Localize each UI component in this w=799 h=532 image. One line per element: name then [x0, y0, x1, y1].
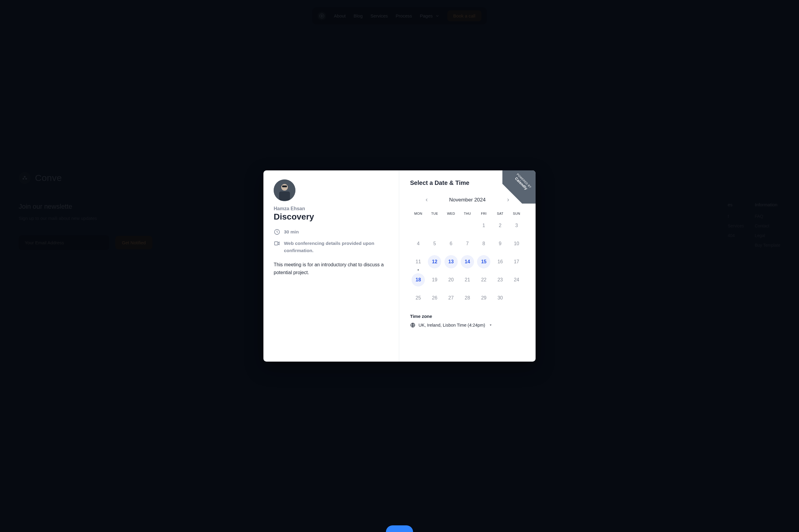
- timezone-label: Time zone: [410, 314, 525, 319]
- location-row: Web conferencing details provided upon c…: [274, 240, 389, 254]
- calendar-day: 10: [508, 237, 525, 250]
- calendar-day: 8: [476, 237, 492, 250]
- select-date-title: Select a Date & Time: [410, 179, 525, 186]
- event-description: This meeting is for an introductory chat…: [274, 261, 389, 277]
- calendar-day: 4: [410, 237, 426, 250]
- calendar-day: 1: [476, 219, 492, 232]
- weekday-header: MONTUEWEDTHUFRISATSUN: [410, 212, 525, 215]
- calendar-day: 23: [492, 273, 508, 286]
- chevron-left-icon: [424, 197, 429, 202]
- calendar-day-today: 11: [410, 255, 426, 268]
- svg-rect-9: [275, 242, 278, 245]
- weekday-label: FRI: [476, 212, 492, 215]
- calendar-day: [459, 219, 476, 232]
- calendar-day: 22: [476, 273, 492, 286]
- video-icon: [274, 240, 280, 247]
- calendar-day: 25: [410, 291, 426, 305]
- calendar-day: 5: [426, 237, 443, 250]
- calendar-day: [426, 219, 443, 232]
- calendar-day: 7: [459, 237, 476, 250]
- calendar-day: 17: [508, 255, 525, 268]
- location-text: Web conferencing details provided upon c…: [284, 240, 389, 254]
- calendar-day: [410, 219, 426, 232]
- chevron-right-icon: [506, 197, 510, 202]
- weekday-label: SAT: [492, 212, 508, 215]
- calendar-day-available[interactable]: 18: [410, 273, 426, 286]
- host-name: Hamza Ehsan: [274, 206, 389, 211]
- event-details-panel: Hamza Ehsan Discovery 30 min Web confere…: [263, 170, 399, 362]
- svg-rect-6: [279, 191, 290, 201]
- calendar-panel: POWERED BYCalendly Select a Date & Time …: [399, 170, 536, 362]
- calendar-day: 24: [508, 273, 525, 286]
- calendar-day-available[interactable]: 15: [476, 255, 492, 268]
- calendar-day: 20: [443, 273, 459, 286]
- weekday-label: MON: [410, 212, 426, 215]
- weekday-label: TUE: [426, 212, 443, 215]
- calendar-day: 28: [459, 291, 476, 305]
- calendar-day: 30: [492, 291, 508, 305]
- calendar-day-available[interactable]: 12: [426, 255, 443, 268]
- month-label: November 2024: [449, 197, 486, 203]
- svg-rect-7: [282, 186, 287, 187]
- weekday-label: WED: [443, 212, 459, 215]
- duration-text: 30 min: [284, 228, 299, 235]
- timezone-value: UK, Ireland, Lisbon Time (4:24pm): [419, 323, 485, 327]
- weekday-label: SUN: [508, 212, 525, 215]
- calendar-day: 3: [508, 219, 525, 232]
- calendar-grid: 1234567891011121314151617181920212223242…: [410, 219, 525, 305]
- caret-down-icon: [489, 323, 493, 327]
- calendar-day-available[interactable]: 13: [443, 255, 459, 268]
- event-title: Discovery: [274, 212, 389, 222]
- next-month-button[interactable]: [504, 195, 513, 205]
- prev-month-button[interactable]: [422, 195, 431, 205]
- calendar-day: 19: [426, 273, 443, 286]
- clock-icon: [274, 229, 280, 235]
- weekday-label: THU: [459, 212, 476, 215]
- globe-icon: [410, 322, 415, 328]
- timezone-section: Time zone UK, Ireland, Lisbon Time (4:24…: [410, 314, 525, 328]
- timezone-selector[interactable]: UK, Ireland, Lisbon Time (4:24pm): [410, 322, 525, 328]
- scheduling-modal: Hamza Ehsan Discovery 30 min Web confere…: [263, 170, 536, 362]
- host-avatar: [274, 179, 295, 201]
- calendar-day: 2: [492, 219, 508, 232]
- calendar-day-available[interactable]: 14: [459, 255, 476, 268]
- calendar-day: 6: [443, 237, 459, 250]
- bottom-tab-indicator: [386, 525, 413, 532]
- calendar-day: [443, 219, 459, 232]
- calendar-day: 16: [492, 255, 508, 268]
- calendar-day: 9: [492, 237, 508, 250]
- calendar-day: 26: [426, 291, 443, 305]
- duration-row: 30 min: [274, 228, 389, 235]
- calendar-day: 27: [443, 291, 459, 305]
- calendar-day: 29: [476, 291, 492, 305]
- calendar-day: 21: [459, 273, 476, 286]
